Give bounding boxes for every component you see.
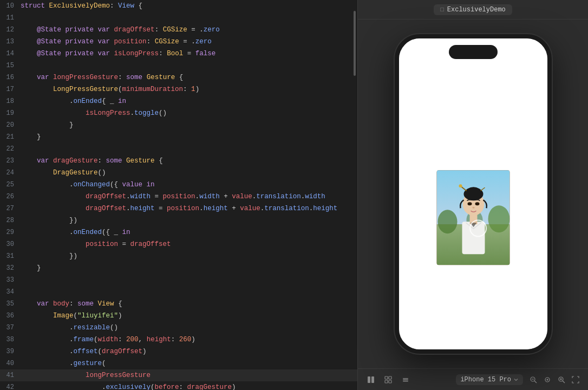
preview-topbar: □ ExclusivelyDemo bbox=[358, 0, 588, 20]
line-content: .onChanged({ value in bbox=[21, 179, 357, 191]
play-button[interactable] bbox=[364, 373, 377, 386]
line-number: 28 bbox=[0, 214, 21, 226]
preview-toolbar: iPhone 15 Pro bbox=[358, 368, 588, 390]
line-number: 11 bbox=[0, 12, 21, 24]
line-content: struct ExclusivelyDemo: View { bbox=[21, 0, 357, 12]
scrollbar-thumb[interactable] bbox=[354, 11, 356, 76]
line-number: 17 bbox=[0, 83, 21, 95]
line-content: @State private var position: CGSize = .z… bbox=[21, 36, 357, 48]
line-content: Image("liuyifei") bbox=[21, 310, 357, 322]
line-number: 29 bbox=[0, 226, 21, 238]
code-line: 40 .gesture( bbox=[0, 358, 357, 369]
line-content: position = dragOffset bbox=[21, 238, 357, 250]
line-number: 16 bbox=[0, 72, 21, 83]
svg-point-11 bbox=[459, 184, 462, 187]
line-number: 22 bbox=[0, 143, 21, 155]
code-line: 27 dragOffset.height = position.height +… bbox=[0, 203, 357, 214]
line-content: .resizable() bbox=[21, 322, 357, 334]
line-number: 18 bbox=[0, 95, 21, 107]
line-number: 42 bbox=[0, 381, 21, 390]
svg-point-3 bbox=[488, 205, 509, 232]
device-selector[interactable]: iPhone 15 Pro bbox=[456, 374, 523, 385]
code-line: 35 var body: some View { bbox=[0, 298, 357, 310]
svg-rect-22 bbox=[403, 378, 408, 379]
line-number: 10 bbox=[0, 0, 21, 12]
line-content: longPressGesture bbox=[21, 369, 357, 381]
line-number: 40 bbox=[0, 358, 21, 369]
code-line: 15 bbox=[0, 60, 357, 72]
code-line: 41 longPressGesture bbox=[0, 369, 357, 381]
settings-button[interactable] bbox=[399, 373, 412, 386]
zoom-minus-button[interactable] bbox=[527, 374, 539, 386]
code-line: 38 .frame(width: 200, height: 260) bbox=[0, 334, 357, 346]
line-number: 24 bbox=[0, 167, 21, 179]
line-number: 34 bbox=[0, 286, 21, 298]
code-line: 28 }) bbox=[0, 214, 357, 226]
line-number: 14 bbox=[0, 48, 21, 60]
line-content: LongPressGesture(minimumDuration: 1) bbox=[21, 83, 357, 95]
line-content: }) bbox=[21, 250, 357, 262]
line-number: 32 bbox=[0, 262, 21, 274]
code-line: 33 bbox=[0, 274, 357, 286]
tab-icon: □ bbox=[440, 6, 444, 13]
line-content: .exclusively(before: dragGesture) bbox=[21, 381, 357, 390]
line-number: 37 bbox=[0, 322, 21, 334]
code-line: 17 LongPressGesture(minimumDuration: 1) bbox=[0, 83, 357, 95]
line-content: .onEnded{ _ in bbox=[21, 95, 357, 107]
line-number: 25 bbox=[0, 179, 21, 191]
svg-point-2 bbox=[437, 210, 457, 233]
zoom-plus-button[interactable] bbox=[556, 374, 567, 386]
line-content: }) bbox=[21, 214, 357, 226]
device-name-label: iPhone 15 Pro bbox=[460, 376, 511, 384]
zoom-reset-button[interactable] bbox=[541, 374, 553, 386]
code-line: 13 @State private var position: CGSize =… bbox=[0, 36, 357, 48]
line-content: dragOffset.height = position.height + va… bbox=[21, 203, 357, 214]
code-line: 23 var dragGesture: some Gesture { bbox=[0, 155, 357, 167]
code-line: 22 bbox=[0, 143, 357, 155]
code-line: 36 Image("liuyifei") bbox=[0, 310, 357, 322]
line-number: 23 bbox=[0, 155, 21, 167]
line-number: 26 bbox=[0, 191, 21, 203]
line-number: 15 bbox=[0, 60, 21, 72]
svg-point-9 bbox=[466, 187, 481, 197]
editor-scrollbar[interactable] bbox=[353, 0, 356, 390]
code-line: 30 position = dragOffset bbox=[0, 238, 357, 250]
tab-label: ExclusivelyDemo bbox=[447, 6, 506, 14]
preview-tab[interactable]: □ ExclusivelyDemo bbox=[434, 4, 512, 15]
line-content: .onEnded({ _ in bbox=[21, 226, 357, 238]
zoom-fit-button[interactable] bbox=[570, 374, 582, 386]
svg-line-26 bbox=[534, 381, 537, 383]
line-content bbox=[21, 274, 357, 286]
line-content bbox=[21, 286, 357, 298]
phone-frame bbox=[395, 34, 552, 354]
line-content: isLongPress.toggle() bbox=[21, 107, 357, 119]
line-number: 36 bbox=[0, 310, 21, 322]
svg-rect-17 bbox=[371, 376, 374, 383]
grid-button[interactable] bbox=[382, 373, 395, 386]
code-content: 10struct ExclusivelyDemo: View {11 12 @S… bbox=[0, 0, 357, 390]
line-number: 38 bbox=[0, 334, 21, 346]
line-content: } bbox=[21, 131, 357, 143]
code-line: 32 } bbox=[0, 262, 357, 274]
line-content: .offset(dragOffset) bbox=[21, 346, 357, 358]
svg-point-14 bbox=[475, 202, 479, 205]
phone-viewport bbox=[358, 20, 588, 368]
svg-rect-23 bbox=[403, 379, 408, 380]
chevron-down-icon bbox=[513, 377, 519, 382]
code-line: 16 var longPressGesture: some Gesture { bbox=[0, 72, 357, 83]
svg-point-15 bbox=[472, 207, 474, 209]
line-content: dragOffset.width = position.width + valu… bbox=[21, 191, 357, 203]
line-content: @State private var isLongPress: Bool = f… bbox=[21, 48, 357, 60]
svg-rect-21 bbox=[389, 380, 391, 383]
code-line: 29 .onEnded({ _ in bbox=[0, 226, 357, 238]
portrait-image bbox=[436, 170, 509, 265]
code-line: 21 } bbox=[0, 131, 357, 143]
line-number: 35 bbox=[0, 298, 21, 310]
portrait-svg bbox=[436, 170, 509, 265]
code-line: 37 .resizable() bbox=[0, 322, 357, 334]
line-number: 13 bbox=[0, 36, 21, 48]
line-number: 33 bbox=[0, 274, 21, 286]
code-editor[interactable]: 10struct ExclusivelyDemo: View {11 12 @S… bbox=[0, 0, 357, 390]
svg-line-31 bbox=[563, 381, 565, 383]
code-line: 39 .offset(dragOffset) bbox=[0, 346, 357, 358]
